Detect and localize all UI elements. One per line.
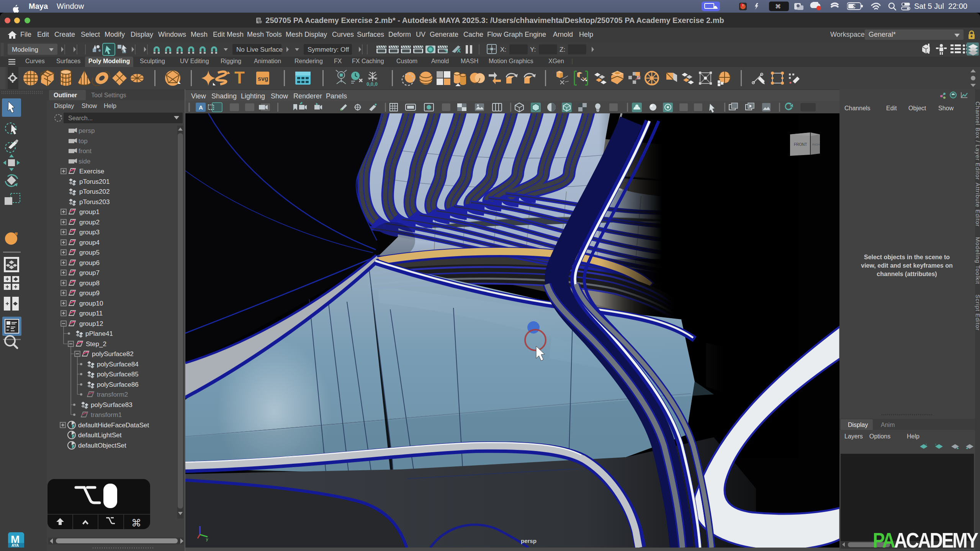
svg-text:Layers: Layers (844, 433, 863, 440)
svg-text:side: side (79, 158, 90, 165)
svg-text:Display: Display (848, 422, 868, 428)
svg-text:polySurface83: polySurface83 (91, 401, 133, 409)
svg-text:Select objects in the scene to: Select objects in the scene to (864, 254, 950, 260)
svg-text:Display: Display (54, 103, 74, 109)
svg-text:group7: group7 (79, 269, 100, 276)
svg-text:group11: group11 (79, 310, 103, 317)
svg-text:group2: group2 (79, 219, 100, 226)
svg-text:AYA: AYA (11, 543, 19, 548)
svg-text:Show: Show (938, 105, 954, 111)
svg-text:y: y (206, 537, 208, 541)
svg-text:defaultHideFaceDataSet: defaultHideFaceDataSet (78, 422, 149, 429)
svg-text:pTorus203: pTorus203 (79, 198, 110, 206)
svg-text:Edit: Edit (886, 105, 897, 111)
svg-text:Modeling: Modeling (12, 46, 38, 53)
svg-text:Tool Settings: Tool Settings (91, 92, 126, 98)
svg-text:pTorus201: pTorus201 (79, 178, 110, 185)
svg-text:No Live Surface: No Live Surface (236, 46, 283, 53)
svg-text:view, edit and set keyframes o: view, edit and set keyframes on (861, 262, 953, 269)
svg-text:Show: Show (82, 103, 97, 109)
svg-text:X:: X: (500, 46, 506, 53)
svg-text:Help: Help (907, 433, 919, 440)
svg-text:pPlane41: pPlane41 (85, 330, 113, 337)
svg-text:transform1: transform1 (91, 411, 122, 419)
svg-text:Y:: Y: (530, 46, 536, 53)
svg-text:channels (attributes): channels (attributes) (877, 271, 937, 277)
svg-text:Options: Options (869, 433, 890, 440)
svg-text:group10: group10 (79, 300, 103, 307)
svg-text:Help: Help (104, 103, 116, 109)
svg-text:polySurface86: polySurface86 (97, 381, 139, 388)
svg-text:group5: group5 (79, 249, 100, 256)
svg-text:Symmetry: Off: Symmetry: Off (308, 46, 349, 53)
svg-text:group12: group12 (79, 320, 103, 327)
svg-text:polySurface82: polySurface82 (92, 350, 134, 358)
svg-text:defaultObjectSet: defaultObjectSet (78, 442, 126, 449)
svg-text:group9: group9 (79, 289, 100, 297)
svg-text:⌘: ⌘ (775, 3, 781, 10)
svg-text:Step_2: Step_2 (86, 340, 106, 348)
svg-text:pTorus202: pTorus202 (79, 188, 110, 195)
svg-text:persp: persp (79, 127, 95, 134)
svg-text:transform2: transform2 (97, 391, 128, 398)
svg-text:top: top (79, 137, 88, 145)
svg-text:defaultLightSet: defaultLightSet (78, 432, 122, 439)
svg-text:polySurface84: polySurface84 (97, 361, 139, 368)
svg-text:Channels: Channels (844, 105, 870, 111)
svg-text:Z:: Z: (560, 46, 565, 53)
svg-text:group3: group3 (79, 229, 100, 236)
svg-text:Anim: Anim (881, 422, 895, 428)
svg-text:3: 3 (742, 3, 744, 7)
svg-text:Outliner: Outliner (54, 92, 77, 98)
svg-text:⌘: ⌘ (131, 517, 141, 529)
svg-text:RIGH: RIGH (812, 143, 820, 146)
svg-text:Object: Object (908, 105, 926, 111)
svg-text:group4: group4 (79, 239, 100, 246)
svg-text:A: A (199, 104, 203, 111)
svg-text:persp: persp (521, 538, 537, 544)
svg-text:polySurface85: polySurface85 (97, 371, 139, 378)
svg-text:front: front (79, 147, 92, 155)
svg-text:group1: group1 (79, 208, 100, 216)
svg-text:group8: group8 (79, 280, 100, 287)
svg-text:FRONT: FRONT (794, 142, 807, 147)
svg-text:Exercise: Exercise (79, 168, 104, 175)
svg-text:group6: group6 (79, 259, 100, 267)
svg-text:Search...: Search... (68, 115, 93, 121)
